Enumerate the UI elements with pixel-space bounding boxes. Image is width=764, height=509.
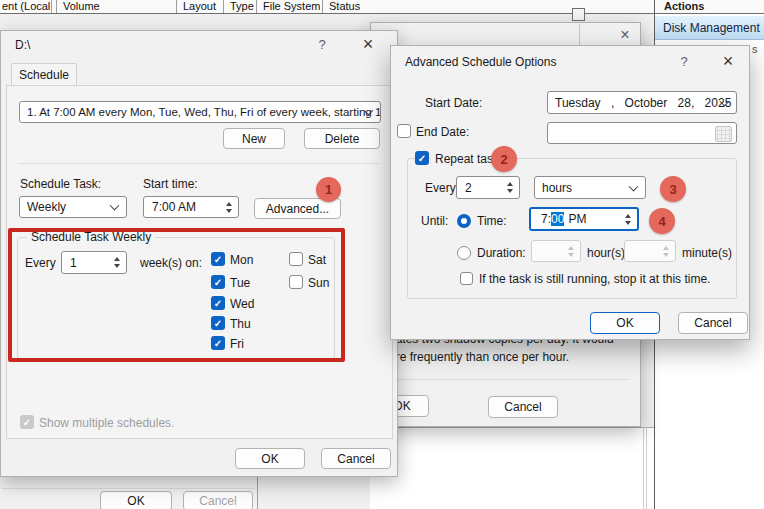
annotation-badge-3: 3 — [660, 176, 686, 202]
duration-hours-spinner[interactable] — [531, 240, 581, 262]
start-time-label: Start time: — [143, 177, 198, 191]
show-multiple-schedules-label: Show multiple schedules. — [39, 416, 174, 430]
checkbox-mon-label: Mon — [230, 253, 253, 267]
help-icon[interactable]: ? — [313, 36, 331, 54]
spinner-down-icon — [568, 253, 574, 257]
scrollbar-edge[interactable] — [643, 427, 644, 509]
stop-task-label: If the task is still running, stop it at… — [479, 272, 710, 286]
settings-cancel-button[interactable]: Cancel — [488, 396, 558, 418]
end-date-checkbox[interactable] — [397, 124, 411, 138]
dialog-title: D:\ — [15, 38, 30, 52]
schedule-list-combobox[interactable]: 1. At 7:00 AM every Mon, Tue, Wed, Thu, … — [19, 101, 381, 123]
actions-header: Actions — [655, 0, 764, 14]
calendar-icon[interactable] — [715, 126, 732, 142]
until-time-radio[interactable] — [457, 214, 471, 228]
schedule-task-value: Weekly — [27, 200, 66, 214]
column-header-type[interactable]: Type — [223, 0, 254, 13]
checkbox-sat[interactable] — [289, 252, 303, 266]
start-time-value: 7:00 AM — [152, 200, 196, 214]
column-header-filesystem[interactable]: File System — [256, 0, 320, 13]
checkbox-fri-label: Fri — [230, 337, 244, 351]
schedule-task-combobox[interactable]: Weekly — [19, 196, 127, 218]
schedule-cancel-button[interactable]: Cancel — [321, 448, 391, 469]
close-icon[interactable]: × — [357, 33, 379, 55]
stop-task-checkbox[interactable] — [460, 272, 473, 285]
checkbox-tue[interactable]: ✓ — [211, 275, 225, 289]
console-list-area — [370, 427, 654, 509]
checkbox-sun[interactable] — [289, 275, 303, 289]
hours-suffix-label: hour(s) — [587, 246, 625, 260]
time-value-suffix: PM — [568, 212, 586, 226]
settings-info-text: more frequently than once per hour. — [379, 350, 569, 364]
actions-item-disk-management[interactable]: Disk Management — [655, 15, 764, 40]
check-icon: ✓ — [214, 318, 222, 329]
spinner-up-icon[interactable] — [507, 182, 513, 186]
until-time-label: Time: — [477, 214, 507, 228]
delete-button[interactable]: Delete — [304, 128, 380, 149]
until-label: Until: — [421, 214, 448, 228]
checkbox-wed-label: Wed — [230, 297, 254, 311]
repeat-every-label: Every: — [425, 181, 459, 195]
start-time-spinner[interactable]: 7:00 AM — [143, 196, 239, 218]
repeat-every-spinner[interactable]: 2 — [456, 176, 520, 199]
column-header-status[interactable]: Status — [322, 0, 376, 13]
every-weeks-spinner[interactable]: 1 — [61, 251, 127, 274]
every-label: Every — [25, 256, 56, 270]
help-icon[interactable]: ? — [675, 53, 693, 71]
weeks-on-label: week(s) on: — [140, 256, 202, 270]
checkbox-thu[interactable]: ✓ — [211, 316, 225, 330]
checkbox-thu-label: Thu — [230, 317, 251, 331]
until-duration-radio[interactable] — [457, 246, 471, 260]
advanced-ok-button[interactable]: OK — [590, 312, 660, 334]
scrollbar-edge-2[interactable] — [646, 427, 647, 509]
settings-clipped-text: creates two shadow copies per day. It wo… — [379, 339, 629, 347]
spinner-down-icon[interactable] — [114, 264, 120, 268]
spinner-up-icon — [663, 246, 669, 250]
properties-dialog: OK Cancel — [0, 477, 258, 509]
until-time-spinner[interactable]: 7:00PM — [529, 207, 639, 231]
annotation-badge-1: 1 — [316, 177, 341, 202]
annotation-badge-4: 4 — [649, 208, 675, 234]
spinner-down-icon[interactable] — [625, 221, 631, 225]
start-date-value: Tuesday , October 28, 2025 — [555, 96, 731, 110]
close-icon[interactable]: × — [717, 50, 739, 72]
spinner-up-icon[interactable] — [114, 257, 120, 261]
chevron-down-icon — [629, 181, 639, 191]
checkbox-mon[interactable]: ✓ — [211, 252, 225, 266]
spinner-up-icon[interactable] — [625, 214, 631, 218]
until-duration-label: Duration: — [477, 246, 526, 260]
schedule-list-value: 1. At 7:00 AM every Mon, Tue, Wed, Thu, … — [27, 106, 381, 118]
tab-schedule[interactable]: Schedule — [11, 63, 77, 86]
end-date-field[interactable] — [547, 122, 737, 144]
repeat-task-checkbox[interactable]: ✓ — [415, 151, 429, 165]
properties-cancel-button[interactable]: Cancel — [183, 491, 253, 509]
end-date-label: End Date: — [416, 125, 469, 139]
show-multiple-schedules-checkbox[interactable]: ✓ — [20, 415, 34, 429]
advanced-cancel-button[interactable]: Cancel — [678, 312, 748, 334]
schedule-ok-button[interactable]: OK — [235, 448, 305, 469]
close-icon[interactable]: × — [613, 25, 637, 45]
new-button[interactable]: New — [223, 128, 285, 149]
spinner-down-icon[interactable] — [507, 189, 513, 193]
checkbox-tue-label: Tue — [230, 276, 250, 290]
checkbox-fri[interactable]: ✓ — [211, 336, 225, 350]
spinner-up-icon[interactable] — [226, 202, 232, 206]
spinner-down-icon[interactable] — [226, 209, 232, 213]
check-icon: ✓ — [418, 153, 426, 164]
duration-minutes-spinner[interactable] — [624, 240, 676, 262]
checkbox-sat-label: Sat — [308, 253, 326, 267]
start-date-combobox[interactable]: Tuesday , October 28, 2025 — [547, 91, 737, 114]
interval-unit-value: hours — [542, 181, 572, 195]
chevron-down-icon — [110, 201, 120, 211]
interval-unit-combobox[interactable]: hours — [534, 176, 646, 199]
advanced-schedule-dialog: Advanced Schedule Options ? × Start Date… — [390, 45, 750, 340]
tree-header-fragment[interactable]: ent (Local — [0, 0, 52, 13]
window-control-fragment — [572, 8, 585, 21]
column-header-layout[interactable]: Layout — [176, 0, 221, 13]
check-icon: ✓ — [23, 417, 31, 428]
actions-clipped-text: s — [752, 43, 758, 55]
column-header-volume[interactable]: Volume — [56, 0, 174, 13]
check-icon: ✓ — [214, 298, 222, 309]
checkbox-wed[interactable]: ✓ — [211, 296, 225, 310]
properties-ok-button[interactable]: OK — [100, 491, 172, 509]
